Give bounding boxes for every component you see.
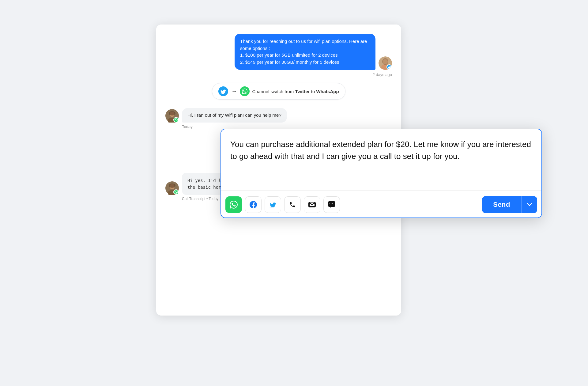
svg-point-3 [382, 58, 388, 65]
compose-panel: Send [221, 129, 542, 218]
twitter-channel-button[interactable] [265, 196, 281, 213]
twitter-icon [218, 86, 228, 96]
channel-switch: → Channel switch from Twitter to WhatsAp… [212, 83, 345, 100]
channel-buttons [225, 196, 340, 213]
send-dropdown-button[interactable] [521, 196, 537, 213]
incoming-timestamp-1: Today [182, 124, 392, 129]
whatsapp-icon [240, 86, 250, 96]
outgoing-bubble: Thank you for reaching out to us for wif… [235, 34, 375, 70]
twitter-badge [386, 64, 392, 70]
facebook-channel-button[interactable] [245, 196, 262, 213]
agent-avatar [379, 56, 392, 70]
outgoing-timestamp: 2 days ago [165, 72, 392, 77]
send-area: Send [482, 196, 537, 213]
compose-textarea[interactable] [221, 129, 541, 191]
whatsapp-badge [173, 117, 179, 123]
email-channel-button[interactable] [304, 196, 320, 213]
compose-toolbar: Send [221, 192, 541, 218]
phone-channel-button[interactable] [284, 196, 301, 213]
channel-switch-label: Channel switch from Twitter to WhatsApp [252, 89, 339, 94]
chat-container: Thank you for reaching out to us for wif… [156, 25, 432, 361]
incoming-bubble-1: Hi, I ran out of my Wifi plan! can you h… [182, 108, 287, 123]
svg-point-15 [169, 184, 175, 188]
sms-channel-button[interactable] [323, 196, 340, 213]
svg-point-7 [169, 111, 175, 115]
channel-switch-arrow: → [231, 88, 237, 95]
whatsapp-channel-button[interactable] [225, 196, 242, 213]
outgoing-message: Thank you for reaching out to us for wif… [165, 34, 392, 70]
incoming-message-1: Hi, I ran out of my Wifi plan! can you h… [165, 108, 392, 123]
send-button[interactable]: Send [482, 196, 521, 213]
